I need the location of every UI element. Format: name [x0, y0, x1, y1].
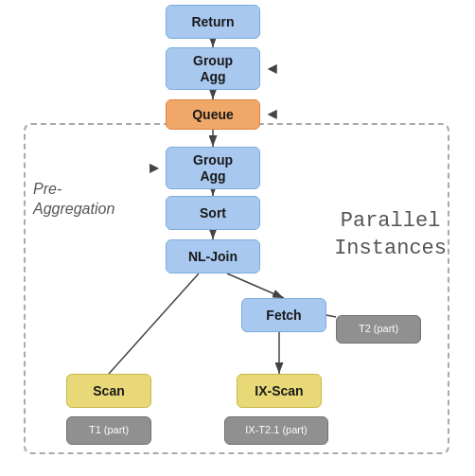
group-agg-inner-node: ▸ GroupAgg	[166, 147, 260, 189]
group-agg-top-node: GroupAgg ◂	[166, 47, 260, 90]
scan-node: Scan	[66, 374, 151, 408]
t1-part-node: T1 (part)	[66, 416, 151, 445]
nl-join-node: NL-Join	[166, 239, 260, 273]
queue-node: Queue ◂	[166, 99, 260, 130]
fetch-node: Fetch	[241, 298, 326, 332]
arrow-indicator-group-agg-inner: ▸	[150, 158, 158, 179]
ix-scan-node: IX-Scan	[237, 374, 322, 408]
diagram-container: ParallelInstances Pre-Aggregation Return…	[0, 0, 475, 476]
return-node: Return	[166, 5, 260, 39]
parallel-instances-label: ParallelInstances	[334, 208, 447, 262]
pre-aggregation-label: Pre-Aggregation	[33, 180, 114, 220]
arrow-indicator-queue: ◂	[268, 104, 276, 125]
t2-part-node: T2 (part)	[336, 315, 421, 344]
sort-node: Sort	[166, 196, 260, 230]
arrow-indicator-group-agg: ◂	[268, 59, 276, 79]
ix-t2-part-node: IX-T2.1 (part)	[224, 416, 328, 445]
